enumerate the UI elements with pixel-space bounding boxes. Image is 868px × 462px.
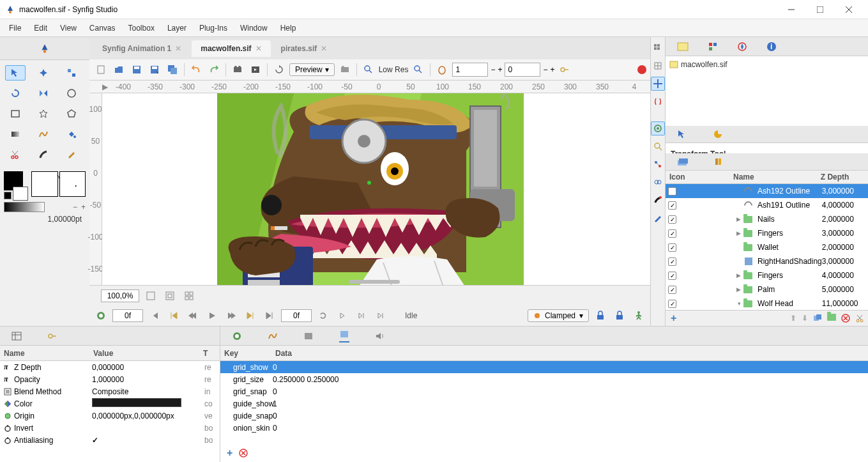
lock-keyframes-button[interactable] <box>593 308 608 323</box>
maximize-button[interactable] <box>805 1 834 19</box>
tool-mirror[interactable] <box>33 86 54 101</box>
tool-circle[interactable] <box>61 86 82 101</box>
tool-polygon[interactable] <box>61 106 82 121</box>
meta-row[interactable]: onion_skin0 <box>220 422 868 434</box>
param-row[interactable]: Antialiasing✓bo <box>0 434 220 446</box>
tool-spline[interactable] <box>33 127 54 142</box>
snap-grid-icon[interactable] <box>651 59 665 73</box>
seek-start-button[interactable] <box>147 308 162 323</box>
tool-star[interactable] <box>33 106 54 121</box>
meta-row[interactable]: guide_show1 <box>220 397 868 410</box>
children-tab[interactable] <box>47 331 57 341</box>
save-all-button[interactable] <box>165 62 180 77</box>
layer-delete-button[interactable] <box>841 314 850 323</box>
layer-visible-checkbox[interactable]: ✓ <box>668 286 676 294</box>
pt-plus[interactable]: + <box>81 203 86 212</box>
zoom-button[interactable] <box>361 62 376 77</box>
expand-toggle[interactable]: ▾ <box>738 300 741 307</box>
layer-group-button[interactable] <box>827 314 836 323</box>
render-button[interactable] <box>230 62 245 77</box>
layer-visible-checkbox[interactable]: ✓ <box>668 201 676 210</box>
tool-rectangle[interactable] <box>5 106 26 121</box>
param-value[interactable]: 0,000000px,0,000000px <box>92 412 204 420</box>
seek-prev-key-button[interactable] <box>166 308 181 323</box>
tool-options-tab[interactable] <box>677 129 687 139</box>
record-button[interactable] <box>637 65 646 74</box>
layer-visible-checkbox[interactable]: ✓ <box>668 300 676 308</box>
layer-row[interactable]: ✓▶Palm5,000000 <box>666 282 868 296</box>
menu-canvas[interactable]: Canvas <box>83 21 122 35</box>
tool-fill[interactable] <box>61 127 82 142</box>
redo-button[interactable] <box>206 62 222 77</box>
tab-synfig-animation[interactable]: Synfig Animation 1✕ <box>93 40 190 57</box>
param-row[interactable]: πOpacity1,000000re <box>0 373 220 385</box>
bones-icon[interactable] <box>651 157 665 171</box>
canvas-browser-tab[interactable] <box>677 42 689 51</box>
layer-visible-checkbox[interactable]: ✓ <box>668 258 676 266</box>
layer-add-button[interactable]: + <box>671 312 676 324</box>
tool-cut[interactable] <box>5 147 26 162</box>
layer-visible-checkbox[interactable]: ✓ <box>668 215 676 224</box>
tab-pirates[interactable]: pirates.sif✕ <box>272 40 337 57</box>
expand-toggle[interactable]: ▶ <box>736 272 741 279</box>
tool-transform[interactable] <box>5 65 26 81</box>
menu-toolbox[interactable]: Toolbox <box>122 21 161 35</box>
bounds-end-button[interactable] <box>373 308 388 323</box>
palette-tab[interactable] <box>713 129 723 139</box>
params-list[interactable]: πZ Depth0,000000reπOpacity1,000000reBlen… <box>0 361 220 462</box>
bounds-play-button[interactable] <box>335 308 350 323</box>
onion-past-input[interactable] <box>452 63 488 77</box>
tab-close-icon[interactable]: ✕ <box>321 44 327 53</box>
menu-file[interactable]: File <box>3 21 27 35</box>
menu-layer[interactable]: Layer <box>161 21 193 35</box>
param-value[interactable]: Composite <box>92 387 204 396</box>
bg-preview[interactable]: • <box>59 171 86 197</box>
brush-icon[interactable] <box>651 193 665 207</box>
layer-row[interactable]: ✓▶Nails2,000000 <box>666 212 868 226</box>
skeleton-icon[interactable] <box>651 139 665 153</box>
param-value[interactable]: 1,000000 <box>92 375 204 384</box>
canvas-file-item[interactable]: macwolfen.sif <box>669 60 865 69</box>
menu-window[interactable]: Window <box>234 21 274 35</box>
seek-end-button[interactable] <box>262 308 277 323</box>
menu-edit[interactable]: Edit <box>27 21 54 35</box>
key-icon[interactable] <box>557 62 572 77</box>
open-button[interactable] <box>111 62 126 77</box>
layers-list[interactable]: ✓Ash192 Outline3,000000✓Ash191 Outline4,… <box>666 184 868 310</box>
library-tab[interactable] <box>714 157 724 166</box>
tool-draw[interactable] <box>33 147 54 162</box>
tool-smooth-move[interactable] <box>33 65 54 81</box>
zoom-2-button[interactable] <box>411 62 426 77</box>
tool-rotate[interactable] <box>5 86 26 101</box>
layer-row[interactable]: ✓Wallet2,000000 <box>666 240 868 254</box>
layer-row[interactable]: ✓▶Fingers3,000000 <box>666 226 868 240</box>
meta-row[interactable]: grid_show0 <box>220 361 868 373</box>
render-preview-button[interactable] <box>337 62 353 77</box>
param-row[interactable]: Colorco <box>0 397 220 410</box>
tab-close-icon[interactable]: ✕ <box>175 44 181 53</box>
loop-button[interactable] <box>316 308 331 323</box>
clamped-dropdown[interactable]: Clamped ▾ <box>528 309 589 322</box>
width-icon[interactable] <box>651 211 665 225</box>
scroll-handle[interactable] <box>349 280 400 284</box>
sound-tab[interactable] <box>375 332 385 341</box>
expand-toggle[interactable]: ▶ <box>736 216 741 222</box>
layer-row[interactable]: ✓Ash191 Outline4,000000 <box>666 198 868 212</box>
onion-future-input[interactable] <box>505 63 540 77</box>
tab-macwolfen[interactable]: macwolfen.sif✕ <box>192 40 270 57</box>
plus-icon[interactable]: + <box>498 65 502 74</box>
expand-toggle[interactable]: ▶ <box>736 230 741 236</box>
curves-tab[interactable] <box>268 331 278 341</box>
canvas-viewport[interactable]: OP MD <box>102 93 650 285</box>
timetrack-tab[interactable] <box>303 332 314 341</box>
bounds-next-button[interactable] <box>354 308 369 323</box>
onion-skin-icon[interactable] <box>434 62 450 77</box>
animate-figure-icon[interactable] <box>631 308 646 323</box>
bg-color-swatch[interactable] <box>13 187 28 201</box>
meta-row[interactable]: grid_snap0 <box>220 385 868 397</box>
seek-prev-button[interactable] <box>185 308 201 323</box>
menu-view[interactable]: View <box>54 21 83 35</box>
expand-toggle[interactable]: ▶ <box>736 286 741 293</box>
seek-next-key-button[interactable] <box>243 308 258 323</box>
param-value[interactable] <box>92 398 204 409</box>
